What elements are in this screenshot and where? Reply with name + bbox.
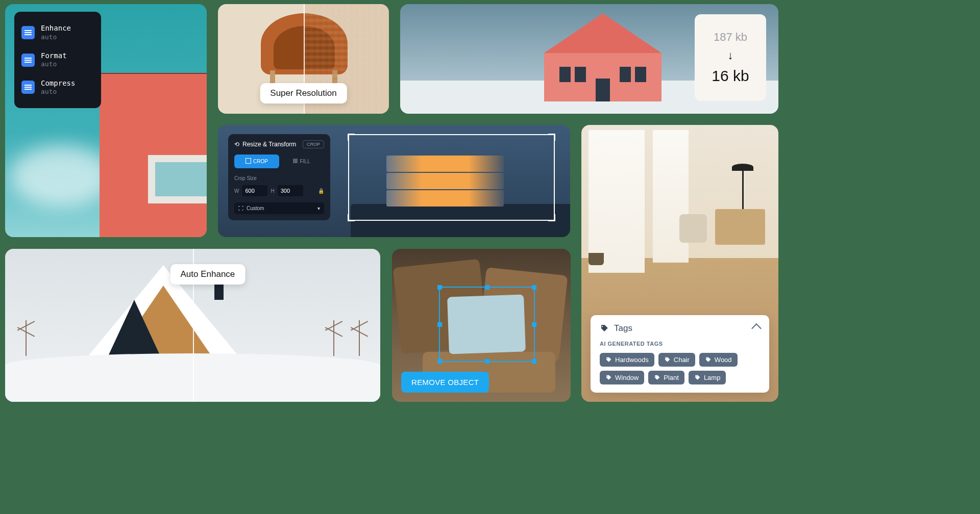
tab-fill[interactable]: FILL xyxy=(279,155,324,168)
plant-decor xyxy=(583,229,609,265)
height-input[interactable] xyxy=(278,185,303,196)
size-before: 187 kb xyxy=(714,31,747,44)
tags-list: Hardwoods Chair Wood Window Plant Lamp xyxy=(600,353,760,384)
tree-decor xyxy=(333,320,334,356)
settings-value: auto xyxy=(41,88,75,96)
tag-chip[interactable]: Plant xyxy=(648,371,684,384)
crop-size-label: Crop Size xyxy=(234,175,324,181)
tag-text: Lamp xyxy=(704,374,721,381)
tag-text: Hardwoods xyxy=(615,356,649,364)
tag-chip[interactable]: Wood xyxy=(699,353,738,367)
transform-icon: ⟲ xyxy=(234,141,239,148)
settings-value: auto xyxy=(41,33,71,41)
tag-text: Plant xyxy=(664,374,679,381)
settings-row-format[interactable]: Format auto xyxy=(21,46,94,74)
cloud-decor xyxy=(10,145,112,207)
settings-label: Format xyxy=(41,52,67,61)
selection-box[interactable] xyxy=(439,287,535,362)
enhance-card: Enhance auto Format auto Compress auto xyxy=(5,4,207,237)
tag-icon xyxy=(600,324,609,333)
settings-value: auto xyxy=(41,60,67,68)
tags-panel: Tags AI GENERATED TAGS Hardwoods Chair W… xyxy=(591,315,769,393)
super-resolution-card: Super Resolution xyxy=(218,4,389,114)
crop-badge: CROP xyxy=(303,140,324,148)
crop-icon xyxy=(246,158,251,165)
window-decor xyxy=(653,130,689,263)
width-input[interactable] xyxy=(242,185,267,196)
remove-object-button[interactable]: REMOVE OBJECT xyxy=(401,372,489,393)
arrow-down-icon: ↓ xyxy=(728,49,733,62)
tag-chip[interactable]: Hardwoods xyxy=(600,353,654,367)
window-decor xyxy=(148,155,207,203)
settings-label: Compress xyxy=(41,79,75,88)
settings-row-compress[interactable]: Compress auto xyxy=(21,74,94,101)
settings-panel: Enhance auto Format auto Compress auto xyxy=(14,12,101,108)
armchair-decor xyxy=(679,214,707,243)
super-resolution-label: Super Resolution xyxy=(260,83,347,104)
cabin-decor xyxy=(544,13,662,101)
crop-preset-label: Custom xyxy=(247,205,264,211)
settings-label: Enhance xyxy=(41,24,71,33)
lock-icon[interactable]: 🔒 xyxy=(318,188,324,194)
remove-object-card: REMOVE OBJECT xyxy=(392,249,571,402)
width-label: W xyxy=(234,188,239,194)
lamp-decor xyxy=(742,167,744,210)
tags-card: Tags AI GENERATED TAGS Hardwoods Chair W… xyxy=(581,125,778,402)
filesize-badge: 187 kb ↓ 16 kb xyxy=(695,14,766,101)
crop-title-text: Resize & Transform xyxy=(242,141,296,148)
list-icon xyxy=(21,54,35,67)
tab-crop-label: CROP xyxy=(253,159,268,164)
height-label: H xyxy=(271,188,274,194)
auto-enhance-label: Auto Enhance xyxy=(170,264,245,285)
crop-frame[interactable] xyxy=(348,134,555,221)
auto-enhance-card: Auto Enhance xyxy=(5,249,380,402)
tag-text: Window xyxy=(615,374,639,381)
dresser-decor xyxy=(715,209,765,245)
tags-subtitle: AI GENERATED TAGS xyxy=(600,341,760,347)
tags-title: Tags xyxy=(614,323,632,333)
tag-chip[interactable]: Chair xyxy=(658,353,695,367)
tab-crop[interactable]: CROP xyxy=(234,155,279,168)
tree-decor xyxy=(359,320,360,356)
size-after: 16 kb xyxy=(712,67,749,85)
compress-card: 187 kb ↓ 16 kb xyxy=(400,4,778,114)
settings-row-enhance[interactable]: Enhance auto xyxy=(21,19,94,46)
crop-panel: ⟲ Resize & Transform CROP CROP FILL Crop… xyxy=(228,134,330,220)
fill-icon xyxy=(293,159,298,164)
crop-preset-select[interactable]: ⛶ Custom ▾ xyxy=(234,202,324,214)
chevron-down-icon: ▾ xyxy=(317,205,320,211)
list-icon xyxy=(21,81,35,94)
tag-chip[interactable]: Window xyxy=(600,371,644,384)
crop-card: ⟲ Resize & Transform CROP CROP FILL Crop… xyxy=(218,125,570,237)
chevron-up-icon[interactable] xyxy=(751,323,762,333)
tag-text: Wood xyxy=(715,356,732,364)
list-icon xyxy=(21,26,35,39)
crop-panel-title: ⟲ Resize & Transform xyxy=(234,141,296,148)
tree-decor xyxy=(26,320,27,356)
tab-fill-label: FILL xyxy=(300,159,310,164)
tag-chip[interactable]: Lamp xyxy=(689,371,726,384)
tag-text: Chair xyxy=(674,356,690,364)
expand-icon: ⛶ xyxy=(238,205,243,211)
